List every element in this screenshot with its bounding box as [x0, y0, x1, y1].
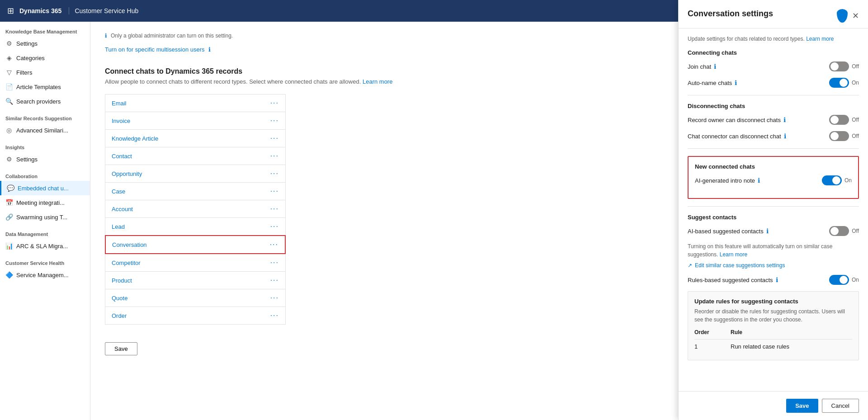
filters-icon: ▽: [5, 69, 13, 76]
rules-based-info-icon[interactable]: ℹ: [776, 276, 778, 283]
sidebar-item-search-providers[interactable]: 🔍 Search providers: [0, 94, 90, 109]
record-menu-competitor[interactable]: ···: [270, 259, 279, 267]
panel-cancel-button[interactable]: Cancel: [822, 399, 859, 413]
record-menu-quote[interactable]: ···: [270, 294, 279, 302]
record-link-knowledge-article[interactable]: Knowledge Article: [112, 135, 158, 142]
record-item-account: Account ···: [105, 200, 286, 218]
rules-based-toggle[interactable]: [829, 275, 849, 285]
record-owner-disconnect-label: Record owner can disconnect chats: [688, 117, 781, 123]
sidebar-section-insights: Insights: [0, 137, 90, 152]
ai-intro-note-label: AI-generated intro note: [695, 177, 755, 184]
panel-save-button[interactable]: Save: [786, 399, 818, 413]
connect-chats-learn-more[interactable]: Learn more: [363, 78, 392, 85]
sidebar-item-categories[interactable]: ◈ Categories: [0, 51, 90, 65]
record-menu-lead[interactable]: ···: [270, 222, 279, 231]
app-name: Dynamics 365: [19, 7, 69, 14]
ai-intro-note-toggle[interactable]: [822, 175, 842, 185]
rules-table-rule-header: Rule: [731, 329, 852, 340]
categories-icon: ◈: [5, 54, 13, 61]
ai-sub-learn-more[interactable]: Learn more: [720, 251, 747, 258]
right-panel-title: Conversation settings: [688, 9, 773, 19]
record-menu-conversation[interactable]: ···: [270, 241, 278, 249]
advanced-similarity-icon: ◎: [5, 127, 13, 134]
record-owner-disconnect-toggle[interactable]: [829, 115, 849, 125]
sidebar-section-collaboration: Collaboration: [0, 166, 90, 181]
right-panel: Conversation settings ✕ Update settings …: [678, 0, 868, 420]
join-chat-toggle[interactable]: [829, 61, 849, 71]
sidebar-item-settings[interactable]: ⚙ Settings: [0, 36, 90, 51]
record-menu-email[interactable]: ···: [270, 99, 279, 107]
rules-based-suggested-row: Rules-based suggested contacts ℹ On: [688, 275, 859, 285]
record-menu-opportunity[interactable]: ···: [270, 170, 279, 178]
chat-connector-info-icon[interactable]: ℹ: [784, 132, 786, 140]
sidebar-item-insights-settings[interactable]: ⚙ Settings: [0, 152, 90, 166]
ai-intro-note-info-icon[interactable]: ℹ: [758, 177, 760, 184]
new-connected-chats-heading: New connected chats: [695, 163, 852, 170]
record-menu-contact[interactable]: ···: [270, 152, 279, 160]
water-drop-decoration: [837, 9, 848, 23]
sidebar-item-meeting-integration[interactable]: 📅 Meeting integrati...: [0, 195, 90, 210]
record-link-order[interactable]: Order: [112, 312, 127, 319]
sidebar-item-arc-sla[interactable]: 📊 ARC & SLA Migra...: [0, 239, 90, 253]
record-link-invoice[interactable]: Invoice: [112, 118, 130, 124]
close-panel-button[interactable]: ✕: [852, 11, 859, 21]
chat-connector-state: Off: [852, 133, 859, 139]
record-menu-product[interactable]: ···: [270, 276, 279, 284]
record-menu-knowledge-article[interactable]: ···: [270, 134, 279, 142]
ai-intro-note-state: On: [844, 177, 852, 184]
auto-name-chats-info-icon[interactable]: ℹ: [735, 79, 737, 86]
record-link-email[interactable]: Email: [112, 100, 127, 107]
connecting-chats-heading: Connecting chats: [688, 49, 859, 56]
auto-name-chats-state: On: [852, 80, 859, 86]
rules-box-title: Update rules for suggesting contacts: [694, 298, 852, 305]
record-menu-order[interactable]: ···: [270, 311, 279, 320]
rules-table-order-1: 1: [694, 340, 731, 354]
sidebar-section-similar: Similar Records Suggestion: [0, 109, 90, 123]
sidebar-item-advanced-similarity[interactable]: ◎ Advanced Similari...: [0, 123, 90, 137]
join-chat-info-icon[interactable]: ℹ: [714, 63, 716, 70]
record-item-conversation: Conversation ···: [105, 235, 286, 254]
record-item-order: Order ···: [105, 307, 286, 325]
sidebar-item-article-templates[interactable]: 📄 Article Templates: [0, 80, 90, 94]
ai-based-suggested-row: AI-based suggested contacts ℹ Off: [688, 226, 859, 236]
record-item-product: Product ···: [105, 271, 286, 289]
record-link-quote[interactable]: Quote: [112, 295, 127, 302]
update-rules-box: Update rules for suggesting contacts Reo…: [688, 291, 859, 360]
join-chat-state: Off: [852, 63, 859, 70]
module-name: Customer Service Hub: [75, 7, 138, 14]
record-link-product[interactable]: Product: [112, 277, 132, 284]
panel-learn-more[interactable]: Learn more: [806, 36, 834, 42]
ai-based-suggested-toggle[interactable]: [829, 226, 849, 236]
record-link-competitor[interactable]: Competitor: [112, 260, 141, 266]
record-link-account[interactable]: Account: [112, 206, 133, 212]
edit-similar-case-link[interactable]: ↗ Edit similar case suggestions settings: [688, 262, 859, 269]
record-link-contact[interactable]: Contact: [112, 153, 132, 160]
save-button[interactable]: Save: [105, 342, 137, 355]
sidebar-item-swarming[interactable]: 🔗 Swarming using T...: [0, 210, 90, 224]
record-link-conversation[interactable]: Conversation: [112, 241, 147, 248]
record-link-lead[interactable]: Lead: [112, 223, 125, 230]
chat-connector-disconnect-label: Chat connector can disconnect chat: [688, 133, 781, 140]
chat-connector-disconnect-toggle[interactable]: [829, 131, 849, 141]
sidebar-item-embedded-chat[interactable]: 💬 Embedded chat u...: [0, 181, 90, 195]
record-menu-account[interactable]: ···: [270, 205, 279, 213]
rules-box-description: Reorder or disable the rules for suggest…: [694, 307, 852, 324]
rules-based-label: Rules-based suggested contacts: [688, 277, 773, 283]
sidebar-item-filters[interactable]: ▽ Filters: [0, 65, 90, 80]
record-menu-case[interactable]: ···: [270, 187, 279, 195]
sidebar-section-kb: Knowledge Base Management: [0, 22, 90, 36]
ai-intro-note-row: AI-generated intro note ℹ On: [695, 175, 852, 185]
record-link-case[interactable]: Case: [112, 188, 125, 195]
auto-name-chats-toggle[interactable]: [829, 78, 849, 88]
record-item-invoice: Invoice ···: [105, 112, 286, 130]
meeting-integration-icon: 📅: [5, 199, 13, 206]
record-menu-invoice[interactable]: ···: [270, 117, 279, 125]
record-owner-info-icon[interactable]: ℹ: [783, 116, 786, 123]
record-owner-state: Off: [852, 117, 859, 123]
record-link-opportunity[interactable]: Opportunity: [112, 170, 142, 177]
app-grid-icon[interactable]: ⊞: [7, 6, 14, 16]
sidebar: Knowledge Base Management ⚙ Settings ◈ C…: [0, 22, 90, 420]
record-item-competitor: Competitor ···: [105, 254, 286, 272]
sidebar-item-service-management[interactable]: 🔷 Service Managem...: [0, 268, 90, 282]
ai-based-suggested-info-icon[interactable]: ℹ: [766, 227, 769, 235]
